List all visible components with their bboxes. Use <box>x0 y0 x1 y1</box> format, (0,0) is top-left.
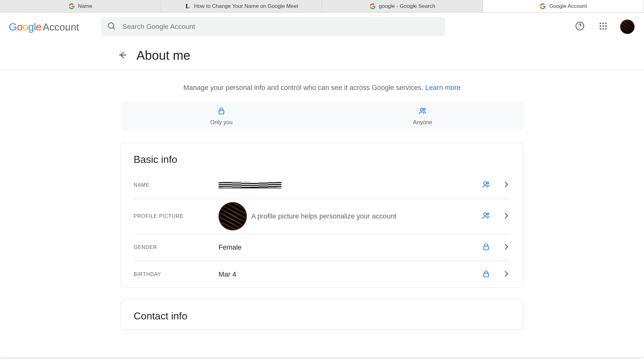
intro-text: Manage your personal info and control wh… <box>121 70 523 101</box>
people-icon <box>419 107 427 117</box>
chevron-right-icon <box>502 212 510 221</box>
help-icon <box>575 21 585 32</box>
arrow-left-icon <box>118 50 127 61</box>
search-input[interactable] <box>122 22 439 31</box>
legend-label: Only you <box>210 119 232 126</box>
contact-info-card: Contact info <box>121 299 523 330</box>
letter-l-favicon-icon: L <box>185 3 191 9</box>
browser-tab[interactable]: google - Google Search <box>322 0 483 12</box>
chevron-right-icon <box>502 180 510 190</box>
card-heading: Contact info <box>134 310 510 322</box>
row-value: A profile picture helps personalize your… <box>219 202 482 230</box>
apps-grid-icon <box>598 21 608 32</box>
account-avatar[interactable] <box>620 19 635 34</box>
people-icon <box>482 212 490 221</box>
learn-more-link[interactable]: Learn more <box>425 84 461 91</box>
page-title-bar: About me <box>0 41 644 70</box>
app-header: Google Account <box>0 13 644 41</box>
row-value: Female <box>219 243 482 251</box>
browser-tabstrip: Name L How to Change Your Name on Google… <box>0 0 644 13</box>
apps-button[interactable] <box>597 20 609 33</box>
tab-label: google - Google Search <box>379 3 436 9</box>
row-name[interactable]: NAME <box>134 172 510 199</box>
tab-label: Name <box>78 3 92 9</box>
chevron-right-icon <box>502 243 510 252</box>
tab-label: How to Change Your Name on Google Meet <box>194 3 298 9</box>
visibility-legend: Only you Anyone <box>121 101 523 131</box>
main-content: Manage your personal info and control wh… <box>121 70 523 342</box>
google-favicon-icon <box>369 3 376 9</box>
browser-tab[interactable]: Name <box>0 0 161 12</box>
row-label: GENDER <box>134 245 219 250</box>
legend-label: Anyone <box>413 119 432 126</box>
row-label: NAME <box>134 182 219 188</box>
row-gender[interactable]: GENDER Female <box>134 234 510 261</box>
legend-only-you: Only you <box>121 107 322 126</box>
search-icon <box>107 22 116 32</box>
row-value: Mar 4 <box>219 270 482 279</box>
lock-icon <box>217 107 225 117</box>
page-title: About me <box>136 48 190 63</box>
browser-tab-active[interactable]: Google Account <box>483 0 644 12</box>
google-account-logo[interactable]: Google Account <box>9 21 79 33</box>
row-label: PROFILE PICTURE <box>134 213 219 219</box>
card-heading: Basic info <box>134 154 510 165</box>
google-favicon-icon <box>69 3 75 9</box>
browser-tab[interactable]: L How to Change Your Name on Google Meet <box>161 0 322 12</box>
people-icon <box>482 180 490 190</box>
basic-info-card: Basic info NAME PROFILE PICTURE A profil… <box>121 143 523 288</box>
row-value <box>219 182 482 188</box>
back-button[interactable] <box>116 49 129 62</box>
intro-copy: Manage your personal info and control wh… <box>183 84 423 91</box>
lock-icon <box>482 243 490 252</box>
help-button[interactable] <box>574 20 586 33</box>
row-birthday[interactable]: BIRTHDAY Mar 4 <box>134 261 510 288</box>
row-label: BIRTHDAY <box>134 272 219 277</box>
legend-anyone: Anyone <box>322 107 523 126</box>
row-profile-picture[interactable]: PROFILE PICTURE A profile picture helps … <box>134 199 510 234</box>
profile-picture-thumb <box>219 202 247 230</box>
lock-icon <box>482 270 490 279</box>
search-bar[interactable] <box>101 17 445 36</box>
tab-label: Google Account <box>549 3 587 9</box>
row-caption: A profile picture helps personalize your… <box>251 212 396 220</box>
chevron-right-icon <box>502 270 510 279</box>
logo-suffix: Account <box>43 21 79 33</box>
google-wordmark: Google <box>9 21 42 33</box>
redacted-name <box>219 182 281 188</box>
google-favicon-icon <box>540 3 546 9</box>
